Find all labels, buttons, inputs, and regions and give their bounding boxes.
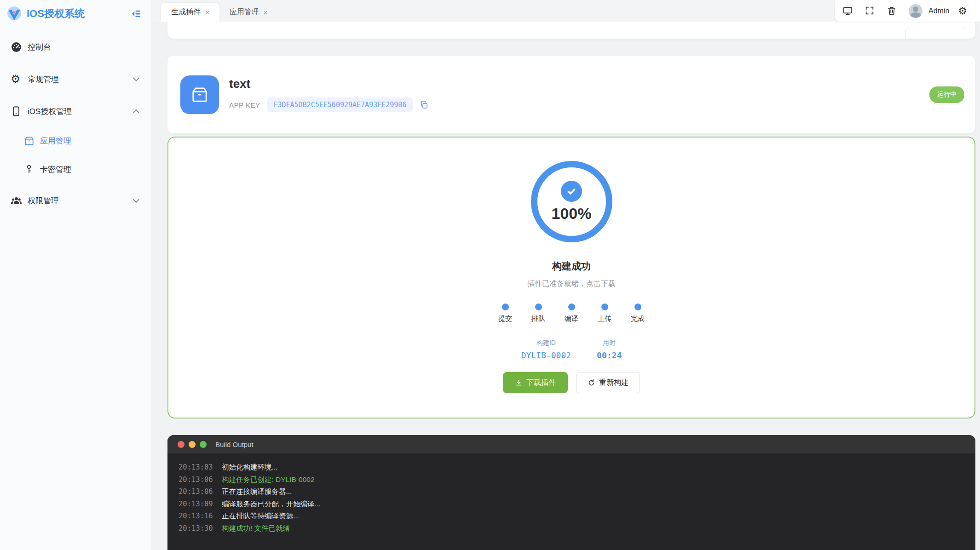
sidebar-menu: 控制台 ⚙ 常规管理 iOS授权管理 应用 <box>0 28 151 213</box>
app-key-label: APP KEY <box>229 101 260 109</box>
sidebar-item-label: 常规管理 <box>28 74 134 85</box>
sidebar: IOS授权系统 控制台 ⚙ 常规管理 <box>0 0 152 550</box>
duration-value: 00:24 <box>597 350 622 360</box>
top-header: 生成插件 × 应用管理 × <box>152 0 980 22</box>
log-line: 20:13:30 构建成功! 文件已就绪 <box>179 522 964 535</box>
avatar-body <box>910 12 921 18</box>
step-dot <box>634 304 641 310</box>
sidebar-item-label: 权限管理 <box>28 195 134 206</box>
app-key-row: APP KEY F3DFA5DB2C5EE560929AE7A93FE299B6 <box>229 97 429 112</box>
sidebar-item-card-key-management[interactable]: 卡密管理 <box>0 157 151 181</box>
build-status-title: 构建成功 <box>552 260 591 273</box>
log-line: 20:13:06 正在连接编译服务器... <box>179 486 964 498</box>
users-icon <box>11 195 22 206</box>
duration-label: 用时 <box>603 339 616 347</box>
close-icon[interactable]: × <box>264 8 268 16</box>
tab-label: 生成插件 <box>171 7 201 17</box>
sidebar-item-label: 控制台 <box>28 42 138 52</box>
dashboard-icon <box>11 41 22 53</box>
log-line: 20:13:06 构建任务已创建: DYLIB-0002 <box>179 474 964 486</box>
avatar[interactable] <box>909 4 922 18</box>
download-plugin-button[interactable]: 下载插件 <box>503 372 568 393</box>
key-icon <box>24 164 35 175</box>
refresh-icon <box>588 379 595 387</box>
build-steps: 提交 排队 编译 上传 完成 <box>489 304 654 323</box>
app-box-icon <box>180 75 219 114</box>
chevron-up-icon <box>133 109 139 116</box>
header-actions: Admin ⚙ <box>835 0 980 22</box>
app-logo-icon <box>6 5 23 23</box>
terminal-title: Build Output <box>215 441 254 448</box>
step-dot <box>502 304 509 310</box>
sidebar-header: IOS授权系统 <box>0 0 151 28</box>
app-info-card: text APP KEY F3DFA5DB2C5EE560929AE7A93FE… <box>167 56 975 133</box>
app-title: IOS授权系统 <box>27 7 130 21</box>
tab-label: 应用管理 <box>230 7 259 17</box>
main-content: text APP KEY F3DFA5DB2C5EE560929AE7A93FE… <box>152 22 980 550</box>
app-name: text <box>229 77 429 91</box>
sidebar-item-label: 卡密管理 <box>40 164 71 175</box>
build-id-label: 构建ID <box>536 339 556 347</box>
download-icon <box>515 379 523 387</box>
gears-icon: ⚙ <box>11 74 22 85</box>
step-submit: 提交 <box>489 304 522 323</box>
terminal-body: 20:13:03 初始化构建环境... 20:13:06 构建任务已创建: DY… <box>167 453 975 542</box>
rebuild-button[interactable]: 重新构建 <box>576 372 640 393</box>
copy-icon[interactable] <box>420 100 429 109</box>
step-dot <box>568 304 575 310</box>
log-line: 20:13:16 正在排队等待编译资源... <box>179 510 964 522</box>
close-icon[interactable]: × <box>205 8 209 16</box>
tab-app-management[interactable]: 应用管理 × <box>219 3 278 22</box>
sidebar-item-general-management[interactable]: ⚙ 常规管理 <box>0 66 151 92</box>
duration-block: 用时 00:24 <box>597 339 622 360</box>
chevron-down-icon <box>133 196 139 203</box>
mobile-icon <box>11 106 22 117</box>
traffic-light-green-icon <box>200 441 207 448</box>
step-upload: 上传 <box>588 304 621 323</box>
tab-generate-plugin[interactable]: 生成插件 × <box>161 3 219 22</box>
progress-percentage: 100% <box>552 205 592 223</box>
log-line: 20:13:09 编译服务器已分配，开始编译... <box>179 498 964 510</box>
log-line: 20:13:03 初始化构建环境... <box>179 461 964 474</box>
progress-ring: 100% <box>531 161 612 242</box>
build-result-card: 100% 构建成功 插件已准备就绪，点击下载 提交 排队 编译 上传 <box>167 137 975 418</box>
build-id-block: 构建ID DYLIB-0002 <box>521 339 571 360</box>
sidebar-collapse-icon[interactable] <box>130 8 142 20</box>
sidebar-item-permission-management[interactable]: 权限管理 <box>0 188 151 213</box>
step-queue: 排队 <box>522 304 555 323</box>
status-badge: 运行中 <box>929 86 964 103</box>
build-id-value: DYLIB-0002 <box>521 350 571 360</box>
sidebar-item-dashboard[interactable]: 控制台 <box>0 34 151 60</box>
terminal-header: Build Output <box>167 435 975 453</box>
traffic-light-yellow-icon <box>189 441 196 448</box>
step-dot <box>601 304 608 310</box>
build-output-terminal: Build Output 20:13:03 初始化构建环境... 20:13:0… <box>167 435 975 550</box>
settings-gear-icon[interactable]: ⚙ <box>958 6 967 16</box>
chevron-down-icon <box>133 75 139 81</box>
build-actions: 下载插件 重新构建 <box>503 372 640 393</box>
sidebar-item-ios-auth-management[interactable]: iOS授权管理 <box>0 98 151 124</box>
fullscreen-icon[interactable] <box>865 6 875 16</box>
sidebar-item-label: iOS授权管理 <box>28 106 134 117</box>
user-name[interactable]: Admin <box>928 7 949 15</box>
step-compile: 编译 <box>555 304 588 323</box>
partial-card-top <box>167 22 975 39</box>
trash-icon[interactable] <box>887 6 897 16</box>
check-icon <box>561 181 582 202</box>
sidebar-item-label: 应用管理 <box>40 136 71 146</box>
monitor-icon[interactable] <box>842 6 853 16</box>
partial-button[interactable] <box>905 27 965 39</box>
build-meta: 构建ID DYLIB-0002 用时 00:24 <box>521 339 622 360</box>
sidebar-item-app-management[interactable]: 应用管理 <box>0 129 151 153</box>
box-icon <box>24 136 35 146</box>
avatar-head <box>913 6 918 12</box>
app-info: text APP KEY F3DFA5DB2C5EE560929AE7A93FE… <box>229 77 429 112</box>
traffic-light-red-icon <box>178 441 184 448</box>
step-dot <box>535 304 542 310</box>
step-done: 完成 <box>621 304 654 323</box>
build-status-subtitle: 插件已准备就绪，点击下载 <box>527 279 616 289</box>
app-key-value: F3DFA5DB2C5EE560929AE7A93FE299B6 <box>267 97 413 112</box>
